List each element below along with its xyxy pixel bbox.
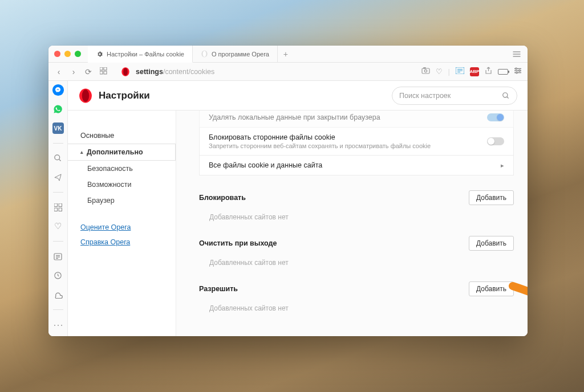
nav-back-icon[interactable]: ‹: [54, 67, 63, 76]
caret-up-icon: ▴: [80, 149, 83, 155]
svg-line-22: [59, 159, 60, 161]
svg-rect-3: [104, 67, 107, 70]
toggle-icon[interactable]: [487, 137, 504, 145]
block-empty-hint: Добавленных сайтов нет: [199, 213, 514, 221]
nav-features[interactable]: Возможности: [68, 177, 176, 193]
svg-rect-4: [100, 71, 103, 74]
nav-forward-icon[interactable]: ›: [69, 67, 78, 76]
settings-search-input[interactable]: Поиск настроек: [392, 87, 517, 105]
svg-point-20: [516, 72, 518, 74]
tab-strip: Настройки – Файлы cookie О программе Ope…: [88, 46, 294, 62]
share-icon[interactable]: [485, 67, 492, 76]
whatsapp-icon[interactable]: [52, 104, 64, 115]
vk-icon[interactable]: VK: [52, 122, 64, 134]
history-sidebar-icon[interactable]: [52, 270, 64, 281]
nav-advanced[interactable]: ▴ Дополнительно: [68, 144, 176, 161]
gear-icon: [96, 50, 103, 58]
messenger-icon[interactable]: [52, 84, 64, 96]
easy-setup-icon[interactable]: [514, 67, 522, 76]
page-title: Настройки: [99, 90, 150, 101]
nav-rate-opera[interactable]: Оцените Opera: [68, 220, 176, 235]
address-bar: ‹ › ⟳ settings/content/cookies ♡ | ABP: [48, 63, 528, 81]
allow-empty-hint: Добавленных сайтов нет: [199, 304, 514, 312]
svg-point-33: [82, 89, 89, 102]
svg-rect-8: [422, 68, 429, 74]
adblock-icon[interactable]: ABP: [470, 67, 479, 76]
toggle-icon[interactable]: [487, 113, 504, 121]
add-clear-button[interactable]: Добавить: [469, 236, 514, 251]
svg-point-18: [516, 68, 517, 70]
heart-icon[interactable]: ♡: [436, 67, 443, 76]
search-sidebar-icon[interactable]: [52, 153, 64, 164]
clear-section-header: Очистить при выходе Добавить: [199, 236, 514, 251]
reload-icon[interactable]: ⟳: [84, 67, 93, 76]
opera-o-icon: [201, 50, 208, 58]
opera-o-icon: [121, 67, 130, 76]
zoom-dot-icon[interactable]: [75, 51, 81, 57]
allow-section-header: Разрешить Добавить: [199, 281, 514, 296]
minimize-dot-icon[interactable]: [64, 51, 71, 57]
bookmarks-sidebar-icon[interactable]: ♡: [52, 221, 64, 232]
personal-news-icon[interactable]: [52, 251, 64, 262]
tabs-menu-icon[interactable]: [506, 51, 528, 57]
speed-dial-icon[interactable]: [99, 67, 108, 76]
svg-rect-5: [104, 71, 107, 74]
settings-nav: Основные ▴ Дополнительно Безопасность Во…: [68, 111, 176, 336]
svg-line-35: [507, 96, 509, 98]
browser-window: Настройки – Файлы cookie О программе Ope…: [48, 46, 528, 336]
settings-sidebar-icon[interactable]: ⋯: [52, 319, 64, 330]
nav-security[interactable]: Безопасность: [68, 161, 176, 177]
send-sidebar-icon[interactable]: [52, 172, 64, 183]
speed-dial-sidebar-icon[interactable]: [52, 202, 64, 213]
svg-rect-23: [54, 203, 58, 207]
nav-basic[interactable]: Основные: [68, 128, 176, 144]
svg-rect-26: [59, 208, 62, 211]
all-cookies-row[interactable]: Все файлы cookie и данные сайта ▸: [199, 156, 514, 175]
svg-rect-2: [100, 67, 103, 70]
tab-label: Настройки – Файлы cookie: [107, 51, 184, 58]
camera-icon[interactable]: [421, 67, 430, 76]
tab-about-opera[interactable]: О программе Opera: [193, 46, 278, 62]
clear-empty-hint: Добавленных сайтов нет: [199, 259, 514, 267]
left-sidebar: VK ♡ ⋯: [48, 81, 68, 336]
svg-point-1: [203, 51, 206, 56]
toolbar-right-icons: ♡ | ABP: [421, 67, 522, 76]
svg-point-34: [503, 92, 508, 97]
nav-help-opera[interactable]: Справка Opera: [68, 235, 176, 250]
nav-browser[interactable]: Браузер: [68, 193, 176, 209]
svg-rect-25: [54, 208, 58, 211]
window-controls[interactable]: [54, 51, 81, 57]
news-icon[interactable]: [456, 67, 464, 76]
titlebar: Настройки – Файлы cookie О программе Ope…: [48, 46, 528, 63]
add-block-button[interactable]: Добавить: [469, 190, 514, 205]
battery-icon: [498, 69, 508, 75]
svg-rect-24: [59, 203, 62, 207]
tab-label: О программе Opera: [212, 51, 269, 58]
block-section-header: Блокировать Добавить: [199, 190, 514, 205]
address-field[interactable]: settings/content/cookies: [136, 68, 416, 76]
new-tab-button[interactable]: +: [278, 46, 294, 62]
block-thirdparty-row[interactable]: Блокировать сторонние файлы cookie Запре…: [199, 128, 514, 156]
delete-on-close-row[interactable]: Удалять локальные данные при закрытии бр…: [199, 111, 514, 128]
svg-point-21: [55, 155, 60, 160]
search-icon: [502, 92, 510, 100]
add-allow-button[interactable]: Добавить: [469, 281, 514, 296]
svg-point-19: [519, 70, 521, 72]
tab-settings-cookies[interactable]: Настройки – Файлы cookie: [88, 46, 193, 63]
settings-content: Удалять локальные данные при закрытии бр…: [176, 111, 528, 336]
chevron-right-icon: ▸: [501, 162, 504, 169]
svg-point-7: [123, 68, 128, 75]
settings-header: Настройки Поиск настроек: [68, 81, 528, 111]
close-dot-icon[interactable]: [54, 51, 60, 57]
downloads-sidebar-icon[interactable]: [52, 289, 64, 300]
opera-logo-icon: [78, 88, 93, 103]
svg-point-9: [424, 70, 427, 72]
